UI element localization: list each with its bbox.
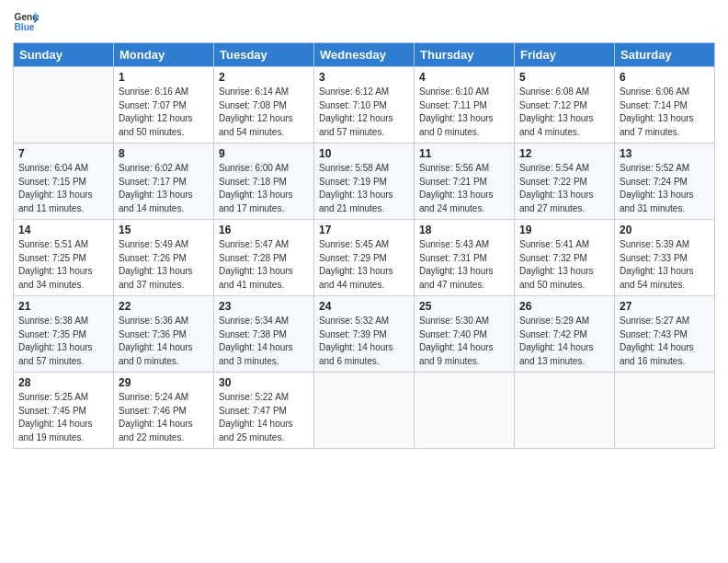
calendar-cell: 4Sunrise: 6:10 AM Sunset: 7:11 PM Daylig… [415,67,515,144]
day-number: 6 [620,71,710,84]
col-header-monday: Monday [114,43,214,67]
logo: General Blue [13,9,39,35]
day-number: 20 [620,224,710,236]
day-info: Sunrise: 6:10 AM Sunset: 7:11 PM Dayligh… [419,86,509,139]
day-info: Sunrise: 5:41 AM Sunset: 7:32 PM Dayligh… [519,238,609,292]
day-info: Sunrise: 6:14 AM Sunset: 7:08 PM Dayligh… [219,86,309,139]
day-info: Sunrise: 6:00 AM Sunset: 7:18 PM Dayligh… [219,162,309,215]
day-info: Sunrise: 5:38 AM Sunset: 7:35 PM Dayligh… [18,315,108,368]
day-number: 4 [419,71,509,84]
calendar-cell: 23Sunrise: 5:34 AM Sunset: 7:38 PM Dayli… [214,296,314,373]
day-number: 10 [319,147,409,160]
calendar-cell: 26Sunrise: 5:29 AM Sunset: 7:42 PM Dayli… [515,296,615,373]
calendar-cell: 24Sunrise: 5:32 AM Sunset: 7:39 PM Dayli… [314,296,415,373]
calendar-cell: 12Sunrise: 5:54 AM Sunset: 7:22 PM Dayli… [515,144,615,220]
day-info: Sunrise: 5:25 AM Sunset: 7:45 PM Dayligh… [18,391,108,444]
day-info: Sunrise: 5:32 AM Sunset: 7:39 PM Dayligh… [319,315,409,368]
day-info: Sunrise: 5:47 AM Sunset: 7:28 PM Dayligh… [219,238,309,292]
calendar-cell: 21Sunrise: 5:38 AM Sunset: 7:35 PM Dayli… [14,296,114,373]
day-info: Sunrise: 5:56 AM Sunset: 7:21 PM Dayligh… [419,162,509,215]
day-info: Sunrise: 5:36 AM Sunset: 7:36 PM Dayligh… [119,315,209,368]
calendar-cell: 6Sunrise: 6:06 AM Sunset: 7:14 PM Daylig… [615,67,715,144]
col-header-tuesday: Tuesday [214,43,314,67]
day-info: Sunrise: 6:06 AM Sunset: 7:14 PM Dayligh… [620,86,710,139]
day-info: Sunrise: 6:08 AM Sunset: 7:12 PM Dayligh… [519,86,609,139]
day-info: Sunrise: 5:24 AM Sunset: 7:46 PM Dayligh… [119,391,209,444]
calendar-cell: 22Sunrise: 5:36 AM Sunset: 7:36 PM Dayli… [114,296,214,373]
day-info: Sunrise: 5:45 AM Sunset: 7:29 PM Dayligh… [319,238,409,292]
day-info: Sunrise: 5:29 AM Sunset: 7:42 PM Dayligh… [519,315,609,368]
day-number: 27 [620,300,710,313]
calendar-cell: 10Sunrise: 5:58 AM Sunset: 7:19 PM Dayli… [314,144,415,220]
calendar-cell: 14Sunrise: 5:51 AM Sunset: 7:25 PM Dayli… [14,220,114,296]
calendar-cell: 1Sunrise: 6:16 AM Sunset: 7:07 PM Daylig… [114,67,214,144]
day-number: 8 [119,147,209,160]
day-number: 19 [519,224,609,236]
calendar-cell: 2Sunrise: 6:14 AM Sunset: 7:08 PM Daylig… [214,67,314,144]
day-number: 23 [219,300,309,313]
day-info: Sunrise: 6:02 AM Sunset: 7:17 PM Dayligh… [119,162,209,215]
day-number: 17 [319,224,409,236]
day-info: Sunrise: 6:04 AM Sunset: 7:15 PM Dayligh… [18,162,108,215]
day-info: Sunrise: 5:30 AM Sunset: 7:40 PM Dayligh… [419,315,509,368]
calendar-cell: 17Sunrise: 5:45 AM Sunset: 7:29 PM Dayli… [314,220,415,296]
day-number: 30 [219,376,309,389]
calendar-cell: 19Sunrise: 5:41 AM Sunset: 7:32 PM Dayli… [515,220,615,296]
calendar-header-row: SundayMondayTuesdayWednesdayThursdayFrid… [14,43,715,67]
day-info: Sunrise: 5:39 AM Sunset: 7:33 PM Dayligh… [620,238,710,292]
calendar-cell [14,67,114,144]
day-number: 28 [18,376,108,389]
day-info: Sunrise: 5:34 AM Sunset: 7:38 PM Dayligh… [219,315,309,368]
calendar-cell: 5Sunrise: 6:08 AM Sunset: 7:12 PM Daylig… [515,67,615,144]
col-header-friday: Friday [515,43,615,67]
day-info: Sunrise: 6:12 AM Sunset: 7:10 PM Dayligh… [319,86,409,139]
day-number: 15 [119,224,209,236]
day-number: 26 [519,300,609,313]
calendar-week-1: 1Sunrise: 6:16 AM Sunset: 7:07 PM Daylig… [14,67,715,144]
calendar-cell: 27Sunrise: 5:27 AM Sunset: 7:43 PM Dayli… [615,296,715,373]
calendar-cell: 20Sunrise: 5:39 AM Sunset: 7:33 PM Dayli… [615,220,715,296]
day-info: Sunrise: 5:54 AM Sunset: 7:22 PM Dayligh… [519,162,609,215]
calendar-cell: 16Sunrise: 5:47 AM Sunset: 7:28 PM Dayli… [214,220,314,296]
day-number: 11 [419,147,509,160]
day-number: 21 [18,300,108,313]
day-info: Sunrise: 5:49 AM Sunset: 7:26 PM Dayligh… [119,238,209,292]
calendar-week-5: 28Sunrise: 5:25 AM Sunset: 7:45 PM Dayli… [14,373,715,449]
day-number: 9 [219,147,309,160]
day-info: Sunrise: 6:16 AM Sunset: 7:07 PM Dayligh… [119,86,209,139]
calendar-cell: 30Sunrise: 5:22 AM Sunset: 7:47 PM Dayli… [214,373,314,449]
header: General Blue [13,9,715,35]
calendar-cell: 28Sunrise: 5:25 AM Sunset: 7:45 PM Dayli… [14,373,114,449]
calendar-cell: 29Sunrise: 5:24 AM Sunset: 7:46 PM Dayli… [114,373,214,449]
day-number: 24 [319,300,409,313]
col-header-sunday: Sunday [14,43,114,67]
calendar-cell: 3Sunrise: 6:12 AM Sunset: 7:10 PM Daylig… [314,67,415,144]
calendar-cell: 8Sunrise: 6:02 AM Sunset: 7:17 PM Daylig… [114,144,214,220]
calendar-cell [314,373,415,449]
calendar-week-2: 7Sunrise: 6:04 AM Sunset: 7:15 PM Daylig… [14,144,715,220]
day-info: Sunrise: 5:52 AM Sunset: 7:24 PM Dayligh… [620,162,710,215]
calendar-cell: 7Sunrise: 6:04 AM Sunset: 7:15 PM Daylig… [14,144,114,220]
day-info: Sunrise: 5:43 AM Sunset: 7:31 PM Dayligh… [419,238,509,292]
day-number: 16 [219,224,309,236]
calendar-cell: 9Sunrise: 6:00 AM Sunset: 7:18 PM Daylig… [214,144,314,220]
calendar-cell [515,373,615,449]
calendar-cell [415,373,515,449]
calendar-cell: 15Sunrise: 5:49 AM Sunset: 7:26 PM Dayli… [114,220,214,296]
calendar-cell: 11Sunrise: 5:56 AM Sunset: 7:21 PM Dayli… [415,144,515,220]
day-number: 18 [419,224,509,236]
day-number: 2 [219,71,309,84]
page: General Blue SundayMondayTuesdayWednesda… [0,0,728,563]
calendar-cell: 25Sunrise: 5:30 AM Sunset: 7:40 PM Dayli… [415,296,515,373]
calendar-week-4: 21Sunrise: 5:38 AM Sunset: 7:35 PM Dayli… [14,296,715,373]
col-header-wednesday: Wednesday [314,43,415,67]
calendar-cell [615,373,715,449]
calendar-cell: 13Sunrise: 5:52 AM Sunset: 7:24 PM Dayli… [615,144,715,220]
day-number: 7 [18,147,108,160]
day-number: 12 [519,147,609,160]
day-number: 1 [119,71,209,84]
day-info: Sunrise: 5:51 AM Sunset: 7:25 PM Dayligh… [18,238,108,292]
calendar-cell: 18Sunrise: 5:43 AM Sunset: 7:31 PM Dayli… [415,220,515,296]
day-number: 3 [319,71,409,84]
day-info: Sunrise: 5:27 AM Sunset: 7:43 PM Dayligh… [620,315,710,368]
